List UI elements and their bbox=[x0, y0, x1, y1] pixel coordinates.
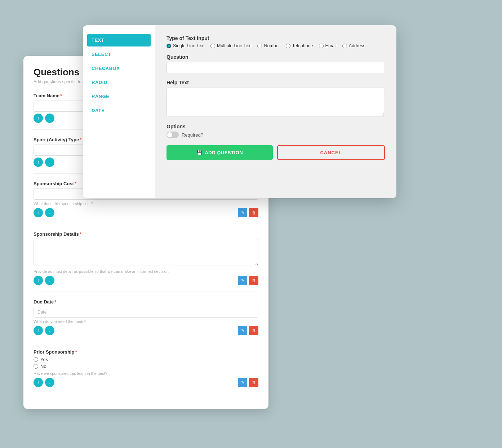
radio-input-yes[interactable] bbox=[34, 357, 38, 362]
options-section: Options Required? bbox=[166, 124, 385, 138]
question-sponsorship-details: Sponsorship Details* Provide as must det… bbox=[34, 231, 258, 292]
radio-group-prior-sponsorship: Yes No bbox=[34, 357, 258, 369]
radio-opt-single-line[interactable]: Single Line Text bbox=[166, 43, 205, 48]
required-label: Required? bbox=[182, 132, 203, 138]
question-help-due-date: When do you need the funds? bbox=[34, 319, 258, 324]
sidebar-item-select[interactable]: SELECT bbox=[83, 48, 155, 61]
move-up-button-prior-sponsorship[interactable]: ↑ bbox=[34, 378, 43, 387]
radio-input-telephone[interactable] bbox=[286, 44, 290, 48]
radio-input-number[interactable] bbox=[257, 44, 262, 48]
edit-button-prior-sponsorship[interactable]: ✎ bbox=[238, 378, 247, 387]
text-input-type-title: Type of Text Input bbox=[166, 35, 385, 41]
question-due-date: Due Date* When do you need the funds? ↑ … bbox=[34, 299, 258, 342]
move-up-button-sponsorship-details[interactable]: ↑ bbox=[34, 276, 43, 285]
add-question-label: ADD QUESTION bbox=[205, 150, 243, 155]
radio-opt-multi-line[interactable]: Multiple Line Text bbox=[210, 43, 252, 48]
help-text-label: Help Text bbox=[166, 80, 385, 85]
required-toggle-row: Required? bbox=[166, 132, 385, 138]
move-down-button-due-date[interactable]: ↓ bbox=[45, 326, 54, 335]
question-input-due-date[interactable] bbox=[34, 307, 258, 318]
radio-opt-telephone[interactable]: Telephone bbox=[286, 43, 313, 48]
move-up-button-due-date[interactable]: ↑ bbox=[34, 326, 43, 335]
edit-button-sponsorship-details[interactable]: ✎ bbox=[238, 276, 247, 285]
save-icon: 💾 bbox=[196, 150, 203, 155]
question-help-prior-sponsorship: Have we sponsored this team in the past? bbox=[34, 371, 258, 376]
modal-content: Type of Text Input Single Line Text Mult… bbox=[155, 25, 396, 198]
radio-input-no[interactable] bbox=[34, 364, 38, 369]
sidebar-item-range[interactable]: RANGE bbox=[83, 90, 155, 103]
question-field-section: Question bbox=[166, 54, 385, 74]
question-label-prior-sponsorship: Prior Sponsorship* bbox=[34, 349, 258, 355]
move-down-button-sponsorship-details[interactable]: ↓ bbox=[45, 276, 54, 285]
move-down-button-team-name[interactable]: ↓ bbox=[45, 114, 54, 123]
move-down-button-prior-sponsorship[interactable]: ↓ bbox=[45, 378, 54, 387]
required-toggle[interactable] bbox=[166, 132, 179, 138]
sidebar-item-text[interactable]: TEXT bbox=[87, 34, 151, 46]
radio-input-email[interactable] bbox=[319, 44, 324, 48]
question-help-sponsorship-cost: What does this sponsorship cost? bbox=[34, 201, 258, 206]
text-input-type-section: Type of Text Input Single Line Text Mult… bbox=[166, 35, 385, 48]
delete-button-due-date[interactable]: 🗑 bbox=[249, 326, 258, 335]
radio-input-multi-line[interactable] bbox=[210, 44, 215, 48]
radio-input-single-line[interactable] bbox=[166, 44, 171, 48]
edit-button-sponsorship-cost[interactable]: ✎ bbox=[238, 208, 247, 217]
add-question-button[interactable]: 💾 ADD QUESTION bbox=[166, 145, 273, 160]
add-question-modal: TEXT SELECT CHECKBOX RADIO RANGE DATE Ty… bbox=[83, 25, 396, 198]
radio-input-address[interactable] bbox=[342, 44, 347, 48]
delete-button-prior-sponsorship[interactable]: 🗑 bbox=[249, 378, 258, 387]
radio-opt-number[interactable]: Number bbox=[257, 43, 280, 48]
question-label-sponsorship-details: Sponsorship Details* bbox=[34, 231, 258, 237]
sidebar-item-radio[interactable]: RADIO bbox=[83, 76, 155, 89]
question-help-sponsorship-details: Provide as must detail as possible so th… bbox=[34, 269, 258, 274]
modal-sidebar: TEXT SELECT CHECKBOX RADIO RANGE DATE bbox=[83, 25, 155, 198]
sidebar-item-checkbox[interactable]: CHECKBOX bbox=[83, 62, 155, 75]
question-textarea-sponsorship-details[interactable] bbox=[34, 239, 258, 266]
question-label-due-date: Due Date* bbox=[34, 299, 258, 305]
question-field-label: Question bbox=[166, 54, 385, 60]
text-input-type-options: Single Line Text Multiple Line Text Numb… bbox=[166, 43, 385, 48]
question-field-input[interactable] bbox=[166, 62, 385, 74]
move-up-button-sponsorship-cost[interactable]: ↑ bbox=[34, 208, 43, 217]
edit-button-due-date[interactable]: ✎ bbox=[238, 326, 247, 335]
radio-yes[interactable]: Yes bbox=[34, 357, 258, 362]
radio-no[interactable]: No bbox=[34, 364, 258, 369]
cancel-button[interactable]: CANCEL bbox=[277, 145, 385, 160]
modal-footer: 💾 ADD QUESTION CANCEL bbox=[166, 145, 385, 160]
move-down-button-sport-type[interactable]: ↓ bbox=[45, 158, 54, 167]
move-up-button-sport-type[interactable]: ↑ bbox=[34, 158, 43, 167]
radio-opt-email[interactable]: Email bbox=[319, 43, 337, 48]
sidebar-item-date[interactable]: DATE bbox=[83, 104, 155, 117]
delete-button-sponsorship-details[interactable]: 🗑 bbox=[249, 276, 258, 285]
help-text-input[interactable] bbox=[166, 88, 385, 116]
move-up-button-team-name[interactable]: ↑ bbox=[34, 114, 43, 123]
move-down-button-sponsorship-cost[interactable]: ↓ bbox=[45, 208, 54, 217]
radio-opt-address[interactable]: Address bbox=[342, 43, 365, 48]
options-label: Options bbox=[166, 124, 385, 129]
delete-button-sponsorship-cost[interactable]: 🗑 bbox=[249, 208, 258, 217]
question-prior-sponsorship: Prior Sponsorship* Yes No Have we sponso… bbox=[34, 349, 258, 394]
help-text-section: Help Text bbox=[166, 80, 385, 118]
